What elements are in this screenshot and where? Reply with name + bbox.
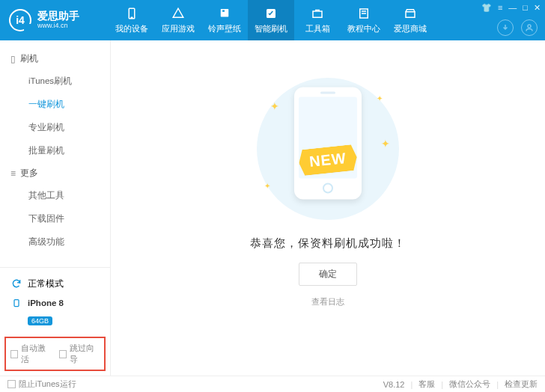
apps-icon — [171, 6, 186, 21]
block-itunes-checkbox[interactable]: 阻止iTunes运行 — [7, 379, 76, 390]
wechat-link[interactable]: 微信公众号 — [449, 379, 490, 390]
tutorial-icon — [356, 6, 371, 21]
auto-activate-checkbox[interactable]: 自动激活 — [10, 343, 52, 365]
sidebar-item-other-tools[interactable]: 其他工具 — [0, 184, 110, 207]
logo-icon: i4 — [9, 9, 31, 31]
ok-button[interactable]: 确定 — [299, 263, 357, 286]
support-link[interactable]: 客服 — [418, 379, 435, 390]
device-mode[interactable]: 正常模式 — [7, 274, 103, 293]
toolbox-icon — [310, 6, 325, 21]
skip-guide-checkbox[interactable]: 跳过向导 — [59, 343, 100, 365]
sidebar-item-onekey-flash[interactable]: 一键刷机 — [0, 93, 110, 116]
phone-graphic — [294, 88, 362, 200]
svg-rect-3 — [222, 10, 225, 12]
user-button[interactable] — [521, 19, 538, 36]
sidebar-item-download-fw[interactable]: 下载固件 — [0, 207, 110, 230]
device-icon — [124, 6, 139, 21]
nav-my-device[interactable]: 我的设备 — [109, 0, 155, 40]
svg-point-9 — [528, 25, 531, 28]
nav-toolbox[interactable]: 工具箱 — [294, 0, 341, 40]
minimize-icon[interactable]: — — [508, 3, 517, 13]
close-icon[interactable]: ✕ — [534, 3, 541, 13]
storage-badge: 64GB — [28, 316, 52, 325]
check-update-link[interactable]: 检查更新 — [505, 379, 538, 390]
refresh-icon — [10, 278, 22, 290]
sidebar-group-flash[interactable]: ▯ 刷机 — [0, 48, 110, 70]
svg-rect-10 — [14, 300, 19, 307]
main-content: ✦ ✦ ✦ ✦ NEW 恭喜您，保资料刷机成功啦！ 确定 查看日志 — [111, 40, 545, 376]
nav-ringtones[interactable]: 铃声壁纸 — [201, 0, 248, 40]
sidebar-item-advanced[interactable]: 高级功能 — [0, 230, 110, 254]
download-button[interactable] — [497, 19, 514, 36]
app-url: www.i4.cn — [37, 22, 79, 30]
maximize-icon[interactable]: □ — [523, 3, 528, 13]
sidebar-item-itunes-flash[interactable]: iTunes刷机 — [0, 70, 110, 93]
nav-store[interactable]: 爱思商城 — [387, 0, 433, 40]
list-icon: ≡ — [10, 168, 16, 179]
sidebar-group-more[interactable]: ≡ 更多 — [0, 162, 110, 184]
status-bar: 阻止iTunes运行 V8.12 | 客服 | 微信公众号 | 检查更新 — [0, 376, 545, 392]
top-nav: 我的设备 应用游戏 铃声壁纸 智能刷机 工具箱 教程中心 爱思商城 — [109, 0, 433, 40]
sidebar-item-pro-flash[interactable]: 专业刷机 — [0, 116, 110, 139]
nav-tutorial[interactable]: 教程中心 — [341, 0, 387, 40]
flash-options-box: 自动激活 跳过向导 — [4, 337, 106, 371]
phone-small-icon — [10, 297, 22, 309]
app-name: 爱思助手 — [37, 10, 79, 22]
flash-icon — [264, 6, 278, 21]
view-log-link[interactable]: 查看日志 — [311, 296, 344, 307]
sidebar: ▯ 刷机 iTunes刷机 一键刷机 专业刷机 批量刷机 ≡ 更多 其他工具 下… — [0, 40, 111, 376]
success-illustration: ✦ ✦ ✦ ✦ NEW — [257, 78, 399, 220]
nav-apps[interactable]: 应用游戏 — [155, 0, 201, 40]
music-icon — [217, 6, 232, 21]
version-label: V8.12 — [383, 380, 405, 389]
store-icon — [403, 6, 418, 21]
device-info[interactable]: iPhone 8 — [7, 293, 103, 313]
sidebar-item-batch-flash[interactable]: 批量刷机 — [0, 139, 110, 162]
svg-rect-5 — [313, 11, 322, 17]
window-controls: 👕 ≡ — □ ✕ — [481, 3, 541, 13]
logo-box: i4 爱思助手 www.i4.cn — [0, 9, 109, 31]
menu-icon[interactable]: ≡ — [498, 3, 502, 13]
nav-flash[interactable]: 智能刷机 — [248, 0, 294, 40]
app-header: i4 爱思助手 www.i4.cn 我的设备 应用游戏 铃声壁纸 智能刷机 工具… — [0, 0, 545, 40]
skin-icon[interactable]: 👕 — [481, 3, 492, 13]
success-message: 恭喜您，保资料刷机成功啦！ — [250, 236, 406, 251]
phone-icon: ▯ — [10, 54, 16, 64]
